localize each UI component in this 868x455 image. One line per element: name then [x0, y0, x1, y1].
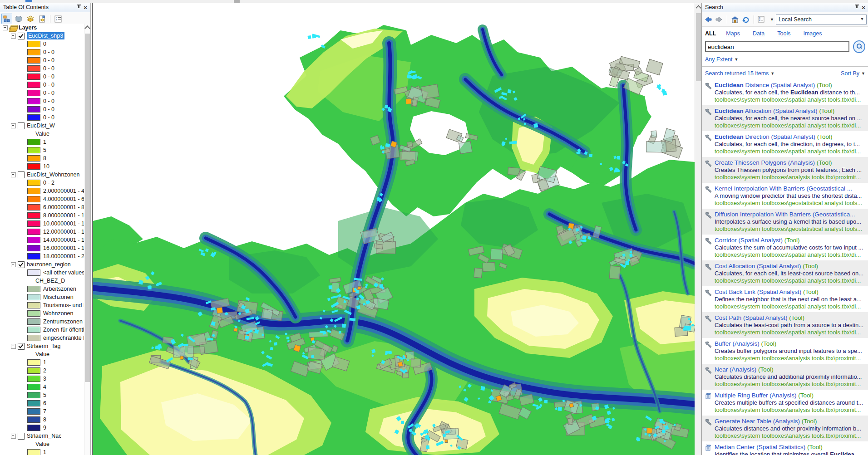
expander-icon[interactable] [11, 262, 16, 267]
legend-swatch[interactable] [27, 204, 40, 210]
extent-dropdown-icon[interactable]: ▼ [734, 57, 738, 62]
search-result-row[interactable]: Multiple Ring Buffer (Analysis) (Tool) C… [702, 390, 868, 416]
legend-swatch[interactable] [27, 155, 40, 161]
map-scroll-up-icon[interactable] [695, 5, 701, 11]
toc-row[interactable]: Wohnzonen [0, 309, 84, 318]
layer-checkbox[interactable] [18, 343, 25, 350]
tab-all[interactable]: ALL [705, 30, 716, 37]
toc-row[interactable]: Strlaerm_Nac [0, 432, 84, 440]
toc-row[interactable]: 4 [0, 383, 84, 391]
toc-row[interactable]: 16.00000001 - 18 [0, 244, 84, 252]
legend-swatch[interactable] [27, 318, 40, 325]
toc-row[interactable]: Zentrumszonen [0, 318, 84, 326]
legend-swatch[interactable] [27, 449, 40, 455]
legend-swatch[interactable] [27, 408, 40, 415]
toc-row[interactable]: 0 - 0 [0, 48, 84, 56]
index-icon[interactable] [757, 15, 766, 24]
scroll-up-icon[interactable] [84, 25, 90, 31]
legend-swatch[interactable] [27, 269, 40, 276]
legend-swatch[interactable] [27, 114, 40, 121]
result-title-link[interactable]: Cost Path (Spatial Analyst) (Tool) [715, 314, 866, 322]
legend-swatch[interactable] [27, 49, 40, 55]
result-title-link[interactable]: Create Thiessen Polygons (Analysis) (Too… [715, 159, 866, 166]
toc-row[interactable]: 3 [0, 375, 84, 383]
toc-row[interactable]: Layers [0, 24, 84, 32]
search-result-row[interactable]: Kernel Interpolation With Barriers (Geos… [702, 183, 868, 209]
toc-row[interactable]: 1 [0, 138, 84, 146]
legend-swatch[interactable] [27, 163, 40, 170]
list-by-visibility-icon[interactable] [25, 14, 36, 24]
toc-row[interactable]: 6 [0, 399, 84, 407]
search-result-row[interactable]: Cost Back Link (Spatial Analyst) (Tool) … [702, 286, 868, 312]
toc-row[interactable]: Tourismus- und Fre [0, 301, 84, 309]
combo-arrow-icon[interactable]: ▾ [859, 16, 865, 22]
tab-images[interactable]: Images [803, 30, 822, 37]
legend-swatch[interactable] [27, 196, 40, 202]
legend-swatch[interactable] [27, 73, 40, 80]
toc-scroll-thumb[interactable] [85, 34, 90, 382]
toc-row[interactable]: 9 [0, 424, 84, 432]
close-icon[interactable]: × [82, 4, 89, 10]
map-scroll-thumb[interactable] [696, 13, 701, 81]
toc-row[interactable]: 0 - 2 [0, 179, 84, 187]
result-title-link[interactable]: Multiple Ring Buffer (Analysis) (Tool) [715, 392, 866, 399]
toc-row[interactable]: 0 [0, 40, 84, 48]
toc-row[interactable]: Mischzonen [0, 293, 84, 301]
returned-link[interactable]: Search returned 15 items [705, 70, 769, 77]
refresh-icon[interactable] [741, 15, 750, 24]
expander-icon[interactable] [11, 172, 16, 177]
toc-row[interactable]: 5 [0, 146, 84, 154]
search-result-row[interactable]: Cost Allocation (Spatial Analyst) (Tool)… [702, 260, 868, 286]
list-by-selection-icon[interactable] [37, 14, 48, 24]
legend-swatch[interactable] [27, 425, 40, 431]
toc-row[interactable]: 1 [0, 448, 84, 455]
toc-row[interactable]: 2 [0, 367, 84, 375]
toc-row[interactable]: 8 [0, 154, 84, 162]
pin-icon[interactable] [76, 4, 82, 10]
toc-row[interactable]: 0 - 0 [0, 105, 84, 113]
search-result-row[interactable]: Corridor (Spatial Analyst) (Tool) Calcul… [702, 235, 868, 260]
search-result-row[interactable]: Diffusion Interpolation With Barriers (G… [702, 209, 868, 235]
toc-row[interactable]: 8.000000001 - 10 [0, 211, 84, 220]
legend-swatch[interactable] [27, 180, 40, 186]
index-dropdown-icon[interactable]: ▼ [770, 17, 774, 22]
toc-row[interactable]: eingeschränkte Bau [0, 334, 84, 342]
legend-swatch[interactable] [27, 188, 40, 194]
result-title-link[interactable]: Corridor (Spatial Analyst) (Tool) [715, 237, 866, 244]
map-view[interactable] [93, 3, 695, 455]
expander-icon[interactable] [11, 434, 16, 439]
search-scope-combobox[interactable]: Local Search ▾ [776, 15, 867, 24]
result-title-link[interactable]: Euclidean Distance (Spatial Analyst) (To… [715, 82, 866, 89]
result-title-link[interactable]: Generate Near Table (Analysis) (Tool) [715, 418, 866, 425]
layer-checkbox[interactable] [18, 171, 25, 178]
pin-icon[interactable] [854, 4, 860, 10]
legend-swatch[interactable] [27, 90, 40, 96]
list-by-drawing-order-icon[interactable] [1, 14, 12, 24]
toc-row[interactable]: 0 - 0 [0, 73, 84, 81]
layer-checkbox[interactable] [18, 122, 25, 129]
map-data-frame[interactable] [92, 3, 701, 455]
legend-swatch[interactable] [27, 220, 40, 227]
close-icon[interactable]: × [860, 4, 867, 10]
toc-row[interactable]: 0 - 0 [0, 64, 84, 73]
expander-icon[interactable] [11, 34, 16, 39]
tab-data[interactable]: Data [753, 30, 764, 37]
forward-icon[interactable] [715, 15, 724, 24]
result-title-link[interactable]: Cost Allocation (Spatial Analyst) (Tool) [715, 263, 866, 270]
search-result-row[interactable]: Euclidean Direction (Spatial Analyst) (T… [702, 131, 868, 157]
legend-swatch[interactable] [27, 237, 40, 243]
toc-row[interactable]: EucDist_shp3 [0, 32, 84, 40]
legend-swatch[interactable] [27, 139, 40, 145]
toc-row[interactable]: 12.00000001 - 14 [0, 228, 84, 236]
result-title-link[interactable]: Cost Back Link (Spatial Analyst) (Tool) [715, 289, 866, 296]
result-title-link[interactable]: Euclidean Allocation (Spatial Analyst) (… [715, 108, 866, 115]
search-result-row[interactable]: Create Thiessen Polygons (Analysis) (Too… [702, 157, 868, 183]
layer-checkbox[interactable] [18, 261, 25, 268]
legend-swatch[interactable] [27, 82, 40, 88]
toc-row[interactable]: 5 [0, 391, 84, 399]
toc-row[interactable]: 0 - 0 [0, 56, 84, 64]
legend-swatch[interactable] [27, 335, 40, 341]
toc-row[interactable]: 0 - 0 [0, 81, 84, 89]
legend-swatch[interactable] [27, 376, 40, 382]
toc-row[interactable]: Zonen für öffentlich [0, 326, 84, 334]
